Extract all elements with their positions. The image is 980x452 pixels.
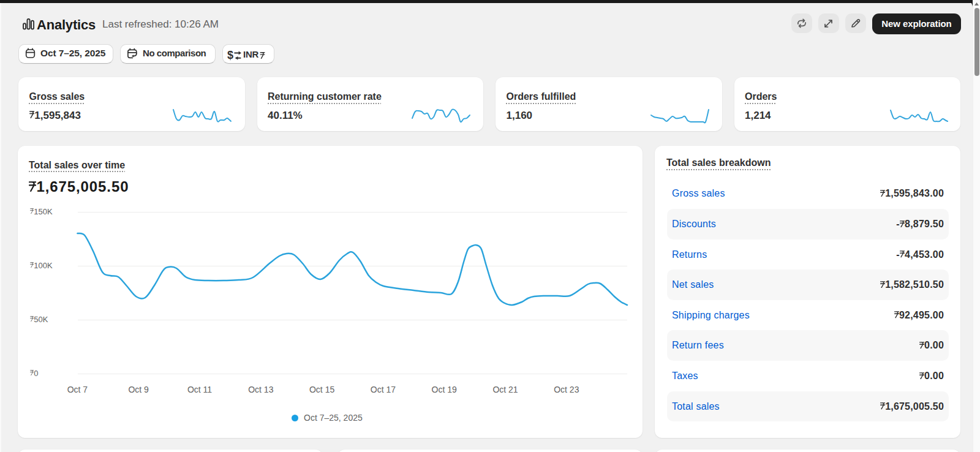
svg-text:$: $ (227, 50, 233, 61)
